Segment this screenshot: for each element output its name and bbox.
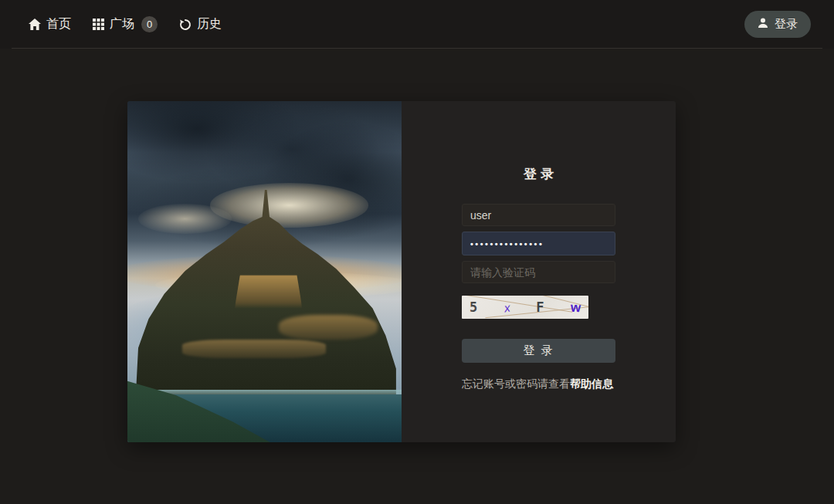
- nav-item-home[interactable]: 首页: [29, 16, 71, 32]
- nav-item-history[interactable]: 历史: [179, 16, 222, 32]
- username-input[interactable]: [462, 204, 615, 226]
- nav-left-group: 首页 广场 0 历史: [29, 16, 222, 32]
- login-form: 登录 5 x F w 登 录 忘记账号或密码请查看帮助信息: [402, 101, 676, 442]
- captcha-char: w: [570, 300, 581, 313]
- password-input[interactable]: [462, 232, 615, 255]
- login-submit-button[interactable]: 登 录: [462, 339, 615, 363]
- nav-login-button[interactable]: 登录: [744, 11, 811, 38]
- home-icon: [29, 19, 41, 30]
- photo-cloud-break: [210, 183, 369, 227]
- history-icon: [179, 19, 192, 31]
- user-icon: [758, 18, 768, 31]
- nav-login-label: 登录: [775, 17, 798, 32]
- captcha-char: x: [503, 301, 510, 313]
- captcha-input[interactable]: [462, 261, 615, 283]
- top-nav: 首页 广场 0 历史: [0, 0, 834, 49]
- captcha-char: 5: [470, 301, 477, 314]
- photo-abbey-highlight: [235, 275, 303, 308]
- help-text-prefix: 忘记账号或密码请查看: [462, 377, 570, 390]
- hero-photo-mont-saint-michel: [127, 101, 402, 442]
- photo-cloud-break: [138, 204, 232, 235]
- login-title: 登录: [520, 165, 558, 183]
- captcha-image[interactable]: 5 x F w: [462, 296, 588, 319]
- nav-item-label: 历史: [197, 16, 222, 32]
- plaza-count-badge: 0: [141, 16, 158, 32]
- photo-village-highlight: [279, 315, 378, 340]
- nav-item-plaza[interactable]: 广场 0: [93, 16, 158, 32]
- grid-icon: [93, 19, 104, 30]
- captcha-char: F: [536, 301, 544, 314]
- login-form-fields: 5 x F w 登 录 忘记账号或密码请查看帮助信息: [462, 204, 615, 391]
- help-info-link[interactable]: 帮助信息: [570, 377, 613, 390]
- nav-item-label: 首页: [46, 16, 71, 32]
- nav-divider: [12, 48, 822, 49]
- help-text: 忘记账号或密码请查看帮助信息: [462, 377, 613, 391]
- nav-item-label: 广场: [110, 16, 134, 32]
- login-card: 登录 5 x F w 登 录 忘记账号或密码请查看帮助信息: [127, 101, 676, 442]
- photo-wall-highlight: [182, 340, 325, 358]
